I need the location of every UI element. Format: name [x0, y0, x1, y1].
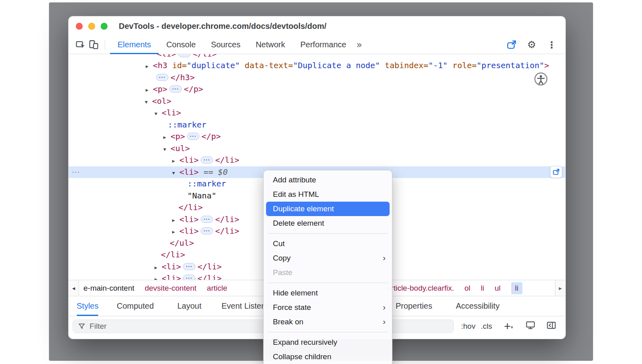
submenu-chevron-icon: ›: [383, 251, 386, 265]
dom-node[interactable]: ···</h3>: [69, 72, 565, 84]
dom-node[interactable]: ▾<ul>: [69, 143, 565, 155]
blue-square-arrow-glyph: [506, 39, 517, 51]
inline-expand-icon[interactable]: ···: [201, 156, 213, 164]
dom-node[interactable]: ▸<li>···</li>: [69, 154, 565, 166]
inline-expand-icon[interactable]: ···: [183, 275, 195, 280]
dom-node[interactable]: ▾<li>: [69, 107, 565, 119]
token-pseudo: ::marker: [168, 120, 206, 129]
panel-tab-strip: ElementsConsoleSourcesNetworkPerformance: [110, 36, 354, 54]
zoom-window-button[interactable]: [101, 23, 108, 30]
settings-gear-icon[interactable]: ⚙: [525, 38, 538, 52]
devtools-toolbar: ElementsConsoleSourcesNetworkPerformance…: [69, 36, 565, 54]
context-menu-item-expand-recursively[interactable]: Expand recursively: [264, 335, 392, 350]
monitor-icon[interactable]: [525, 320, 536, 333]
tab-performance[interactable]: Performance: [293, 36, 354, 54]
collapse-twisty-icon[interactable]: ▾: [154, 108, 162, 120]
tab-layout[interactable]: Layout: [177, 296, 201, 316]
inline-expand-icon[interactable]: ···: [201, 216, 213, 223]
tab-styles[interactable]: Styles: [77, 296, 98, 316]
context-menu-item-collapse-children[interactable]: Collapse children: [264, 350, 392, 364]
inline-expand-icon[interactable]: ···: [156, 74, 169, 81]
menu-item-label: Edit as HTML: [273, 190, 319, 198]
breadcrumb-item[interactable]: ol: [465, 284, 471, 293]
token-tag: <ol>: [152, 96, 171, 106]
minimize-window-button[interactable]: [88, 23, 95, 30]
inline-expand-icon[interactable]: ···: [187, 133, 199, 140]
expand-twisty-icon[interactable]: ▸: [154, 273, 162, 280]
dom-node[interactable]: ▾<ol>: [69, 95, 565, 107]
breadcrumb-item[interactable]: e-main-content: [83, 284, 134, 293]
token-tag: </p>: [201, 131, 221, 141]
collapse-twisty-icon[interactable]: ▾: [172, 167, 179, 179]
expand-twisty-icon[interactable]: ▸: [172, 226, 179, 238]
breadcrumb-item[interactable]: devsite-content: [145, 284, 197, 293]
expand-twisty-icon[interactable]: ▸: [146, 61, 153, 73]
inspect-element-icon[interactable]: [74, 38, 87, 52]
dom-node[interactable]: <li>···</li>: [69, 54, 565, 60]
submenu-chevron-icon: ›: [383, 300, 386, 314]
tab-network[interactable]: Network: [248, 36, 293, 54]
dock-side-icon[interactable]: [546, 320, 557, 333]
device-toolbar-icon[interactable]: [87, 38, 100, 52]
element-classes-button[interactable]: .cls: [481, 322, 492, 331]
device-glyph: [88, 39, 99, 51]
submenu-chevron-icon: ›: [383, 315, 386, 328]
inline-expand-icon[interactable]: ···: [201, 227, 213, 235]
token-attr: id=: [167, 61, 187, 70]
context-menu-item-cut[interactable]: Cut: [264, 237, 392, 251]
breadcrumb-item[interactable]: article: [207, 284, 228, 293]
open-in-new-icon[interactable]: [505, 38, 518, 52]
more-tabs-icon[interactable]: »: [356, 39, 362, 51]
inline-expand-icon[interactable]: ···: [169, 85, 182, 93]
dock-glyph: [546, 320, 557, 331]
dom-node[interactable]: ▸<p>···</p>: [69, 83, 565, 95]
inline-expand-icon[interactable]: ···: [178, 54, 191, 57]
tab-sources[interactable]: Sources: [203, 36, 248, 54]
breadcrumb-right-chevron-icon[interactable]: ▸: [555, 280, 565, 296]
breadcrumb-item[interactable]: li: [481, 284, 484, 293]
tab-computed[interactable]: Computed: [117, 296, 154, 316]
token-tag: <ul>: [171, 144, 190, 153]
context-menu-item-copy[interactable]: Copy›: [264, 251, 392, 265]
context-menu-item-edit-as-html[interactable]: Edit as HTML: [264, 187, 392, 202]
tab-properties[interactable]: Properties: [396, 296, 432, 316]
token-tag: <li>: [162, 262, 181, 271]
context-menu-item-hide-element[interactable]: Hide element: [264, 286, 392, 300]
more-actions-icon[interactable]: ⋯: [72, 166, 80, 178]
dom-node[interactable]: ::marker: [69, 119, 565, 131]
expand-twisty-icon[interactable]: ▸: [172, 155, 179, 167]
copy-node-badge-icon[interactable]: [550, 166, 562, 178]
kebab-menu-icon[interactable]: ⋮: [545, 38, 558, 52]
dom-node[interactable]: ▸<p>···</p>: [69, 131, 565, 143]
breadcrumb-left-chevron-icon[interactable]: ◂: [69, 280, 79, 296]
breadcrumb-item[interactable]: ul: [495, 284, 501, 293]
inline-expand-icon[interactable]: ···: [183, 263, 195, 270]
toggle-element-state-button[interactable]: :hov: [461, 322, 475, 331]
menu-item-label: Hide element: [273, 289, 318, 297]
plus-glyph: +: [504, 320, 511, 333]
expand-twisty-icon[interactable]: ▸: [146, 84, 153, 96]
breadcrumb-item[interactable]: article-body.clearfix.: [387, 284, 454, 293]
collapse-twisty-icon[interactable]: ▾: [145, 96, 152, 108]
new-style-rule-icon[interactable]: +▾: [504, 320, 513, 333]
token-tag: </h3>: [171, 73, 195, 82]
expand-twisty-icon[interactable]: ▸: [154, 262, 162, 274]
close-window-button[interactable]: [76, 23, 83, 30]
context-menu-item-delete-element[interactable]: Delete element: [264, 216, 392, 231]
token-tag: <p>: [153, 84, 167, 94]
expand-twisty-icon[interactable]: ▸: [172, 214, 179, 226]
tab-console[interactable]: Console: [158, 36, 203, 54]
dom-node[interactable]: ▸<h3 id="duplicate" data-text="Duplicate…: [69, 60, 565, 72]
context-menu-item-duplicate-element[interactable]: Duplicate element: [266, 202, 390, 216]
context-menu-item-add-attribute[interactable]: Add attribute: [264, 173, 392, 187]
accessibility-person-glyph: [534, 72, 548, 86]
context-menu-item-force-state[interactable]: Force state›: [264, 300, 392, 315]
expand-twisty-icon[interactable]: ▸: [163, 131, 171, 144]
tab-elements[interactable]: Elements: [110, 36, 158, 54]
context-menu-item-break-on[interactable]: Break on›: [264, 315, 392, 329]
tab-accessibility[interactable]: Accessibility: [456, 296, 500, 316]
breadcrumb-item-selected[interactable]: li: [511, 282, 522, 294]
inspect-cursor-glyph: [75, 39, 86, 51]
accessibility-icon[interactable]: [534, 72, 548, 88]
collapse-twisty-icon[interactable]: ▾: [163, 144, 171, 156]
